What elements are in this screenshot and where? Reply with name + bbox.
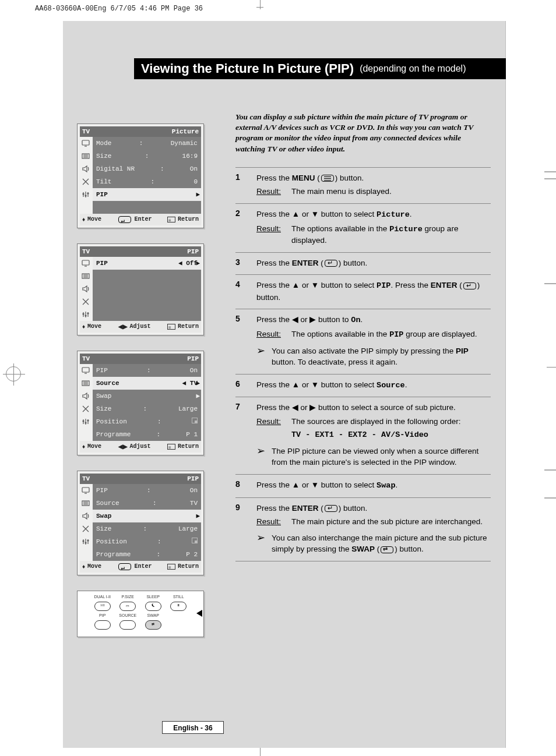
osd-row: Position: [93,535,201,548]
osd-title-left: TV [82,354,90,364]
svg-rect-10 [82,368,89,372]
title-banner: Viewing the Picture In Picture (PIP) (de… [134,58,506,79]
channel-icon [80,295,92,308]
osd-title-right: Picture [172,126,199,137]
remote-label: STILL [168,595,190,599]
page-footer: English - 36 [162,721,224,734]
channel-icon [80,522,92,535]
sound-icon [80,390,92,402]
step-number: 1 [235,172,256,197]
remote-pip-button[interactable] [94,620,111,630]
edge-tick [544,283,556,284]
swap-icon [381,546,393,553]
crop-mark-top [256,0,263,10]
edge-tick [544,469,556,471]
osd-row: Tilt:0 [93,175,201,188]
step-number: 3 [235,257,256,269]
osd-title-right: PIP [187,246,199,257]
channel-icon [80,402,92,415]
osd-icon-column [80,257,93,321]
step-6: 6 Press the ▲ or ▼ button to select Sour… [235,374,491,397]
osd-row-empty [93,201,201,214]
osd-row: Source:TV [93,497,201,510]
menu-icon [80,497,92,510]
setup-icon [80,415,92,428]
osd-row: Size:16:9 [93,150,201,162]
svg-rect-5 [82,260,89,265]
osd-title-left: TV [82,246,90,257]
osd-pip-off: TV PIP PIP◀ Off▶ [77,243,204,335]
enter-icon [118,563,131,570]
osd-title-left: TV [82,126,90,137]
return-icon [167,564,175,570]
setup-icon [80,188,92,201]
remote-dual-button[interactable]: I·II [94,602,111,611]
svg-rect-0 [82,140,89,145]
osd-footer: ♦Move Enter Return [80,214,201,225]
enter-icon [463,282,476,289]
edge-tick [544,171,556,172]
osd-title-left: TV [82,474,90,484]
osd-row-empty [93,295,201,308]
remote-still-button[interactable]: ⏸ [170,602,186,611]
osd-row-empty [93,270,201,282]
picture-icon [80,137,92,150]
remote-label [168,613,190,618]
osd-footer: ♦Move ◀▶Adjust Return [80,441,201,453]
remote-label: P.SIZE [117,595,139,599]
osd-row: Size:Large [93,522,201,535]
remote-sleep-button[interactable]: ⏾ [145,602,161,611]
osd-column: TV Picture Mode:Dynamic Size:16:9 Digita… [77,123,217,649]
osd-footer: ♦Move Enter Return [80,561,201,573]
osd-title-right: PIP [187,474,199,484]
osd-row: Size:Large [93,402,201,415]
edge-tick [544,178,556,179]
intro-paragraph: You can display a sub picture within the… [235,112,491,154]
osd-row-empty [93,282,201,295]
osd-footer: ♦Move ◀▶Adjust Return [80,321,201,333]
osd-row-selected: Source◀ TV▶ [93,377,201,390]
page-area: Viewing the Picture In Picture (PIP) (de… [63,21,506,748]
sources-list: TV - EXT1 - EXT2 - AV/S-Video [256,429,491,441]
crop-mark-right [547,367,556,368]
remote-label: SOURCE [117,613,139,618]
osd-row: PIP:On [93,364,201,377]
remote-source-button[interactable] [119,620,136,630]
enter-icon [118,216,131,223]
step-number: 7 [235,402,256,468]
menu-icon [80,377,92,390]
setup-icon [80,535,92,548]
osd-icon-column [80,137,93,214]
step-number: 9 [235,503,256,555]
osd-row: Programme:P 2 [93,548,201,561]
step-3: 3 Press the ENTER () button. [235,252,491,275]
osd-row-selected: Swap▶ [93,510,201,522]
remote-psize-button[interactable]: ▭ [119,602,136,611]
remote-swap-button[interactable]: ⇄ [145,620,161,630]
position-icon [192,418,198,423]
note-arrow-icon: ➢ [256,345,272,368]
remote-label: DUAL I-II [92,595,114,599]
osd-row: Digital NR:On [93,162,201,175]
remote-label: PIP [92,613,114,618]
picture-icon [80,484,92,497]
note-arrow-icon: ➢ [256,446,272,468]
svg-rect-15 [82,487,89,492]
picture-icon [80,364,92,377]
edge-tick [544,497,556,499]
return-icon [167,217,175,222]
remote-label: SWAP [142,613,164,618]
menu-icon [80,270,92,282]
osd-row: PIP:On [93,484,201,497]
osd-row-selected: PIP▶ [93,188,201,201]
print-header: AA68-03660A-00Eng 6/7/05 4:46 PM Page 36 [35,5,203,13]
channel-icon [80,175,92,188]
osd-icon-column [80,484,93,561]
step-2: 2 Press the ▲ or ▼ button to select Pict… [235,203,491,252]
crop-mark-left [6,366,21,381]
osd-row: Programme:P 1 [93,428,201,441]
page-title: Viewing the Picture In Picture (PIP) [141,61,354,76]
step-9: 9 Press the ENTER () button. Result:The … [235,497,491,561]
osd-pip-swap: TV PIP PIP:On Source:TV Swap▶ Size:Large… [77,471,204,575]
step-number: 6 [235,379,256,391]
